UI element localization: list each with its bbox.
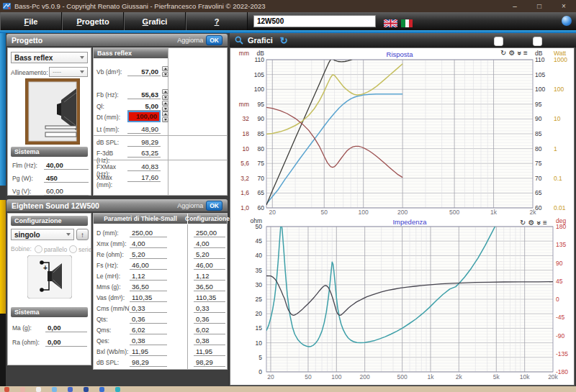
svg-text:15: 15 (256, 324, 263, 332)
sistema-1-value[interactable]: 450 (44, 173, 89, 183)
taskbar-app-icon[interactable] (52, 387, 57, 392)
br-3-value[interactable]: 100,00 (127, 111, 161, 122)
br-4-value[interactable]: 48,90 (127, 124, 161, 134)
taskbar-app-icon[interactable] (99, 387, 104, 392)
progetto-fold-accent (0, 33, 6, 186)
driver-load-button[interactable]: ↑ (76, 229, 89, 240)
taskbar-app-icon[interactable] (20, 387, 25, 392)
title-bar: Bass-Pc v5.0.9 - Copyright Renato Giussa… (0, 0, 576, 12)
drv-sistema-1-value[interactable]: 0,00 (45, 337, 87, 347)
grafici-checkbox-2[interactable] (533, 37, 542, 46)
globe-icon[interactable] (562, 16, 572, 26)
allineamento-dropdown[interactable]: ---- (49, 67, 88, 77)
svg-text:+: + (43, 264, 48, 272)
ts-value-2[interactable]: 0,33 (194, 304, 225, 313)
refresh-icon[interactable]: ↻ (280, 36, 288, 45)
br-2-value[interactable]: 5,00 (127, 101, 161, 111)
br-0-value[interactable]: 57,00 (127, 67, 161, 76)
project-name-input[interactable] (253, 15, 376, 27)
taskbar-app-icon[interactable] (4, 387, 9, 392)
menu-item-help[interactable]: ? (186, 12, 248, 30)
ts-value-2[interactable]: 98,29 (194, 357, 225, 367)
gear-icon[interactable]: ⚙ (528, 219, 534, 227)
br-6-value[interactable]: 98,29 (127, 137, 161, 147)
svg-text:5,6: 5,6 (240, 160, 249, 167)
maximize-button[interactable]: □ (527, 0, 552, 12)
minimize-button[interactable]: – (503, 0, 527, 12)
sistema-2-value[interactable]: 60,00 (44, 186, 89, 196)
driver-ok-button[interactable]: OK (206, 201, 222, 211)
ts-value-1[interactable]: 1,12 (130, 271, 167, 281)
svg-text:3,2: 3,2 (240, 175, 249, 182)
taskbar-app-icon[interactable] (36, 387, 41, 392)
drv-sistema-0-label: Ma (g): (12, 324, 42, 332)
ts-value-1[interactable]: 6,02 (130, 325, 167, 334)
svg-text:100: 100 (554, 86, 564, 93)
svg-text:65: 65 (258, 189, 265, 196)
br-0-spinner[interactable] (162, 66, 168, 77)
ts-value-1[interactable]: 5,20 (130, 250, 167, 259)
ts-value-1[interactable]: 110,35 (130, 293, 167, 302)
search-icon[interactable] (235, 36, 243, 45)
ts-value-1[interactable]: 250,00 (130, 228, 167, 237)
ts-value-2[interactable]: 4,00 (194, 239, 225, 248)
grafici-checkbox-1[interactable] (494, 37, 503, 46)
refresh-icon[interactable]: ↻ (500, 50, 506, 57)
progetto-ok-button[interactable]: OK (206, 35, 222, 45)
br-7-value[interactable]: 63,25 (127, 148, 161, 158)
impedenza-chart[interactable]: 20501002005001k2k5k10k20kohm504540353025… (230, 216, 574, 386)
menu-item-grafici[interactable]: Grafici (124, 12, 186, 30)
ts-value-2[interactable]: 46,00 (194, 260, 225, 270)
svg-text:35: 35 (256, 267, 263, 274)
ts-value-1[interactable]: 98,29 (130, 357, 167, 367)
ts-value-2[interactable]: 0,36 (194, 314, 225, 324)
menu-item-progetto[interactable]: Progetto (62, 12, 124, 30)
uk-flag-icon[interactable] (384, 17, 397, 30)
ts-value-1[interactable]: 46,00 (130, 260, 167, 270)
refresh-icon[interactable]: ↻ (520, 219, 526, 227)
radio-parallelo[interactable]: parallelo (35, 245, 67, 253)
br-9-value[interactable]: 40,83 (127, 162, 161, 171)
configurazione-dropdown[interactable]: singolo (11, 229, 74, 240)
box-type-dropdown[interactable]: Bass reflex (11, 52, 88, 63)
svg-text:10: 10 (554, 115, 561, 122)
italy-flag-icon[interactable] (401, 17, 413, 30)
menu-item-file[interactable]: File (0, 12, 62, 30)
taskbar-app-icon[interactable] (115, 387, 120, 392)
svg-text:-45: -45 (556, 314, 565, 321)
ts-value-1[interactable]: 0,38 (130, 336, 167, 345)
ts-value-1[interactable]: 0,33 (130, 304, 167, 313)
gear-icon[interactable]: ⚙ (508, 50, 515, 57)
ts-value-2[interactable]: 36,50 (194, 282, 225, 291)
menu-icon[interactable]: ≡ (523, 50, 528, 57)
ts-value-2[interactable]: 1,12 (194, 271, 225, 281)
allineamento-label: Allineamento: (11, 69, 48, 76)
br-2-spinner[interactable] (162, 101, 168, 111)
br-1-spinner[interactable] (162, 89, 168, 100)
risposta-chart[interactable]: 20501002005001k2kmmmm3218105,63,21,61,0d… (230, 48, 574, 216)
divider (187, 224, 188, 369)
ts-label: Qes: (96, 337, 109, 345)
ts-value-2[interactable]: 0,38 (194, 336, 225, 345)
taskbar-app-icon[interactable] (68, 387, 73, 392)
ts-value-2[interactable]: 5,20 (194, 250, 225, 259)
close-button[interactable]: × (552, 0, 576, 12)
br-3-spinner[interactable] (162, 111, 168, 122)
collapse-icon[interactable]: » (535, 221, 542, 225)
ts-value-1[interactable]: 0,36 (130, 314, 167, 324)
ts-value-2[interactable]: 110,35 (194, 293, 225, 302)
ts-value-2[interactable]: 250,00 (194, 228, 225, 237)
br-1-value[interactable]: 55,63 (127, 90, 161, 99)
ts-value-1[interactable]: 36,50 (130, 282, 167, 291)
ts-value-2[interactable]: 6,02 (194, 325, 225, 334)
br-10-value[interactable]: 17,60 (127, 173, 161, 182)
drv-sistema-0-value[interactable]: 0,00 (45, 323, 87, 332)
radio-serie[interactable]: serie (69, 245, 91, 253)
ts-value-1[interactable]: 11,95 (130, 347, 167, 356)
ts-value-2[interactable]: 11,95 (194, 347, 225, 356)
sistema-0-value[interactable]: 40,00 (44, 160, 89, 170)
taskbar-app-icon[interactable] (84, 387, 89, 392)
collapse-icon[interactable]: » (516, 51, 523, 55)
ts-value-1[interactable]: 4,00 (130, 239, 167, 248)
menu-icon[interactable]: ≡ (543, 219, 547, 227)
